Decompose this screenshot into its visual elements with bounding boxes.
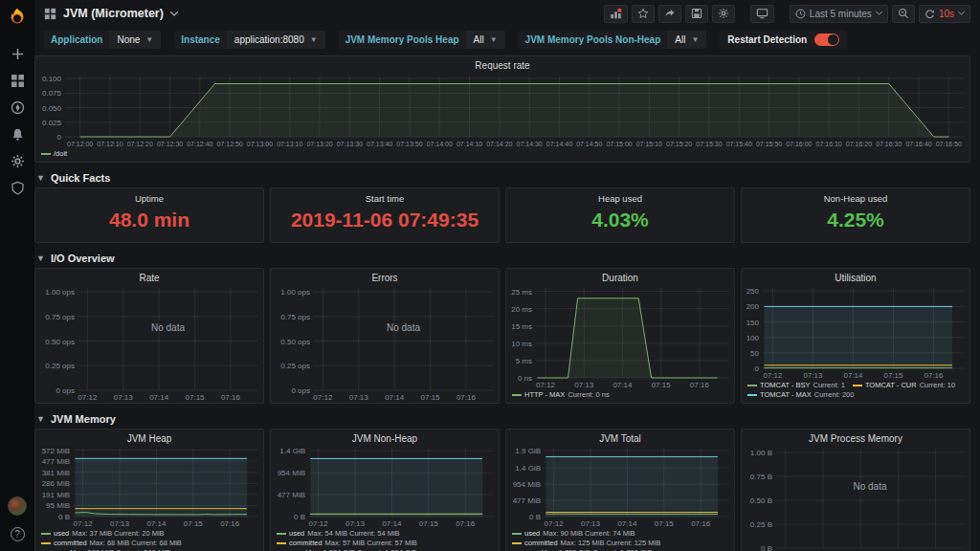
panel-title[interactable]: Uptime [35, 188, 263, 204]
svg-text:07:15:00: 07:15:00 [606, 141, 632, 147]
legend-item[interactable]: TOMCAT - MAXCurrent: 200 [747, 390, 854, 400]
panel-rate: Rate 07:1207:1307:1407:1507:160 ops0.25 … [34, 268, 264, 404]
variable-value-dropdown[interactable]: All▼ [466, 31, 505, 49]
restart-detection-toggle[interactable] [814, 33, 839, 46]
time-range-picker[interactable]: Last 5 minutes [790, 5, 888, 23]
svg-text:1.4 GiB: 1.4 GiB [515, 464, 541, 473]
svg-text:07:14:00: 07:14:00 [427, 141, 453, 147]
svg-text:0.50 ops: 0.50 ops [45, 338, 75, 346]
svg-text:07:14: 07:14 [617, 519, 637, 528]
star-button[interactable] [632, 5, 655, 23]
submenu: Application None▼ Instance application:8… [34, 27, 980, 55]
add-panel-button[interactable] [604, 5, 628, 23]
svg-text:0 B: 0 B [294, 513, 305, 521]
legend-series-name: committed [289, 539, 323, 548]
legend-item[interactable]: committedMax: 125 MiB Current: 125 MiB [512, 539, 660, 548]
svg-text:07:14: 07:14 [843, 371, 863, 380]
svg-text:07:13: 07:13 [345, 519, 366, 528]
panel-title[interactable]: Request rate [35, 56, 969, 72]
legend-item[interactable]: usedMax: 37 MiB Current: 20 MiB [41, 529, 165, 539]
grafana-logo[interactable] [0, 0, 34, 34]
errors-chart[interactable]: 07:1207:1307:1407:1507:160 ops0.25 ops0.… [271, 284, 499, 403]
share-button[interactable] [658, 5, 681, 23]
refresh-interval-label: 10s [939, 9, 954, 19]
cycle-view-button[interactable] [750, 5, 774, 23]
panel-title[interactable]: Rate [35, 269, 263, 284]
jvm-total-chart[interactable]: 07:1207:1307:1407:1507:160 B477 MiB954 M… [506, 445, 734, 529]
svg-text:1.00 B: 1.00 B [750, 449, 772, 457]
legend-item[interactable]: TOMCAT - CURCurrent: 10 [853, 381, 955, 390]
row-header-io-overview[interactable]: ▼ I/O Overview [34, 249, 970, 268]
help-icon[interactable]: ? [11, 527, 25, 541]
legend-item[interactable]: usedMax: 90 MiB Current: 74 MiB [512, 529, 635, 539]
user-avatar[interactable] [8, 496, 27, 516]
dashboard-settings-button[interactable] [712, 5, 735, 23]
panel-title[interactable]: JVM Heap [35, 430, 263, 445]
variable-value-dropdown[interactable]: All▼ [667, 31, 706, 49]
legend-series-name: /doit [54, 149, 67, 159]
configuration-icon[interactable] [10, 153, 25, 168]
svg-text:07:14: 07:14 [146, 519, 167, 528]
svg-text:20 ms: 20 ms [511, 305, 532, 314]
row-header-quick-facts[interactable]: ▼ Quick Facts [34, 168, 970, 187]
legend-series-name: TOMCAT - MAX [760, 390, 812, 400]
svg-text:07:13:20: 07:13:20 [306, 141, 332, 147]
panel-duration: Duration 07:1207:1307:1407:1507:160 ns5 … [505, 268, 735, 404]
svg-text:07:14: 07:14 [612, 381, 633, 389]
alerting-icon[interactable] [10, 126, 25, 142]
legend-item[interactable]: usedMax: 54 MiB Current: 54 MiB [277, 529, 400, 539]
svg-text:07:12: 07:12 [74, 519, 94, 528]
legend-item[interactable]: HTTP - MAXCurrent: 0 ns [512, 390, 610, 400]
refresh-picker[interactable]: 10s [919, 5, 970, 23]
legend-series-stats: Current: 0 ns [568, 390, 609, 400]
variable-value-dropdown[interactable]: None▼ [109, 31, 161, 49]
dashboards-icon[interactable] [10, 73, 25, 88]
zoom-out-button[interactable] [892, 5, 915, 23]
svg-text:07:13: 07:13 [574, 381, 594, 389]
panel-title[interactable]: Heap used [506, 188, 734, 204]
panel-title[interactable]: Non-Heap used [742, 188, 969, 204]
variable-label: Application [44, 31, 109, 49]
legend-series-color [41, 533, 51, 535]
panel-title[interactable]: JVM Total [506, 430, 734, 445]
svg-text:07:13: 07:13 [349, 393, 369, 402]
create-icon[interactable] [10, 46, 25, 61]
panel-title[interactable]: JVM Process Memory [742, 430, 969, 445]
panel-title[interactable]: Utilisation [742, 269, 969, 284]
jvm-heap-chart[interactable]: 07:1207:1307:1407:1507:160 B95 MiB191 Mi… [35, 445, 263, 529]
duration-chart[interactable]: 07:1207:1307:1407:1507:160 ns5 ms10 ms15… [506, 284, 734, 390]
panel-title[interactable]: JVM Non-Heap [271, 430, 499, 445]
save-button[interactable] [685, 5, 708, 23]
panel-utilisation: Utilisation 07:1207:1307:1407:1507:16050… [741, 268, 970, 404]
server-admin-icon[interactable] [10, 180, 25, 195]
utilisation-chart[interactable]: 07:1207:1307:1407:1507:16050100150200250 [742, 284, 969, 381]
svg-text:5 ms: 5 ms [516, 357, 532, 365]
variable-value-dropdown[interactable]: application:8080▼ [227, 31, 325, 49]
legend-item[interactable]: TOMCAT - BSYCurrent: 1 [747, 381, 845, 390]
panel-title[interactable]: Start time [271, 188, 499, 204]
dashboard-title-group[interactable]: JVM (Micrometer) [44, 7, 178, 20]
time-range-label: Last 5 minutes [810, 9, 872, 19]
svg-text:07:12: 07:12 [313, 393, 333, 402]
legend-item[interactable]: committedMax: 68 MiB Current: 68 MiB [41, 539, 182, 548]
svg-text:07:13: 07:13 [581, 519, 601, 528]
request-rate-chart[interactable]: 07:12:0007:12:1007:12:2007:12:3007:12:40… [35, 72, 969, 149]
panel-request-rate: Request rate 07:12:0007:12:1007:12:2007:… [34, 55, 970, 163]
svg-text:07:13:00: 07:13:00 [247, 141, 273, 147]
row-collapse-icon: ▼ [36, 414, 45, 424]
panel-title[interactable]: Errors [271, 269, 499, 284]
row-header-jvm-memory[interactable]: ▼ JVM Memory [34, 409, 970, 429]
panel-jvm-process-memory: JVM Process Memory 07:1207:1307:1407:150… [741, 429, 970, 551]
dashboard-grid-icon [44, 8, 56, 20]
variable-heap-pools: JVM Memory Pools Heap All▼ [339, 31, 505, 49]
legend-item[interactable]: committedMax: 57 MiB Current: 57 MiB [277, 539, 417, 548]
jvm-nonheap-chart[interactable]: 07:1207:1307:1407:1507:160 B477 MiB954 M… [271, 445, 499, 529]
panel-title[interactable]: Duration [506, 269, 734, 284]
rate-chart[interactable]: 07:1207:1307:1407:1507:160 ops0.25 ops0.… [35, 284, 263, 403]
explore-icon[interactable] [10, 99, 25, 115]
jvm-process-memory-chart[interactable]: 07:1207:1307:1407:1507:160 B0.25 B0.50 B… [742, 445, 969, 551]
svg-text:07:14: 07:14 [149, 393, 169, 402]
legend-item[interactable]: /doit [41, 149, 67, 159]
svg-text:07:15:20: 07:15:20 [666, 141, 692, 147]
chevron-down-icon [876, 11, 882, 15]
